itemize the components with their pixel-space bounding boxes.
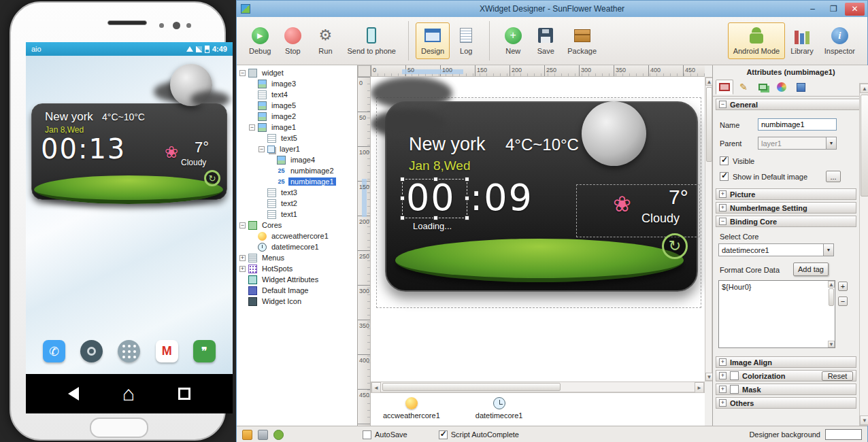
tree-item-numbimage2[interactable]: 25numbimage2: [237, 165, 357, 176]
parent-dropdown[interactable]: layer1 ▼: [758, 137, 837, 150]
canvas-horizontal-scrollbar[interactable]: ◄ ►: [371, 381, 705, 392]
collapse-icon[interactable]: −: [258, 146, 265, 152]
add-tag-button[interactable]: Add tag: [793, 262, 829, 276]
design-button[interactable]: Design: [416, 22, 450, 59]
section-image-align[interactable]: + Image Align: [716, 356, 856, 368]
minimize-button[interactable]: –: [803, 3, 822, 16]
new-button[interactable]: + New: [497, 22, 529, 59]
colorization-checkbox[interactable]: [730, 371, 739, 380]
expand-icon[interactable]: +: [719, 358, 727, 366]
mask-checkbox[interactable]: [730, 385, 739, 394]
debug-button[interactable]: ▶ Debug: [244, 22, 276, 59]
visible-checkbox-row[interactable]: Visible: [720, 156, 754, 165]
tab-script[interactable]: [792, 80, 809, 95]
back-nav-icon[interactable]: [68, 387, 79, 401]
section-picture[interactable]: + Picture: [716, 188, 856, 200]
tree-item-text2[interactable]: text2: [237, 198, 357, 209]
expand-icon[interactable]: +: [239, 266, 246, 272]
expand-icon[interactable]: +: [719, 386, 727, 393]
core-item-accweathercore1[interactable]: accweathercore1: [383, 397, 440, 426]
collapse-icon[interactable]: −: [239, 222, 246, 228]
script-autocomplete-row[interactable]: Script AutoComplete: [439, 430, 519, 439]
expand-icon[interactable]: +: [719, 190, 727, 198]
stop-button[interactable]: Stop: [276, 22, 309, 59]
canvas-widget-temp-range[interactable]: 4°C~10°C: [505, 135, 579, 154]
canvas-vertical-scrollbar[interactable]: ▲ ▼: [705, 77, 712, 381]
reset-button[interactable]: Reset: [822, 371, 853, 381]
expand-icon[interactable]: +: [239, 255, 246, 261]
core-item-datetimecore1[interactable]: datetimecore1: [475, 397, 523, 426]
canvas-widget-condition[interactable]: Cloudy: [641, 211, 680, 226]
link-icon[interactable]: [258, 430, 268, 440]
script-autocomplete-checkbox[interactable]: [439, 430, 448, 439]
gmail-app-icon[interactable]: M: [156, 340, 178, 362]
android-mode-button[interactable]: Android Mode: [728, 22, 786, 59]
run-button[interactable]: ⚙ Run: [309, 22, 341, 59]
tree-item-default-image[interactable]: Default Image: [237, 285, 357, 296]
library-button[interactable]: Library: [785, 22, 819, 59]
chevron-down-icon[interactable]: ▼: [823, 244, 833, 256]
close-button[interactable]: ✕: [845, 3, 865, 16]
inspector-button[interactable]: i Inspector: [819, 22, 861, 59]
canvas-widget-temp[interactable]: 7°: [669, 186, 688, 209]
browse-button[interactable]: ...: [826, 171, 841, 182]
collapse-icon[interactable]: −: [239, 70, 246, 76]
tree-item-numbimage1[interactable]: 25numbimage1: [237, 176, 357, 187]
tree-item-layer1[interactable]: −layer1: [237, 143, 357, 154]
chevron-down-icon[interactable]: ▼: [826, 137, 836, 149]
autosave-checkbox[interactable]: [363, 430, 371, 439]
collapse-icon[interactable]: −: [249, 124, 255, 131]
decrease-button[interactable]: −: [838, 296, 848, 306]
select-core-dropdown[interactable]: datetimecore1 ▼: [718, 243, 834, 256]
save-button[interactable]: Save: [529, 22, 562, 59]
section-numberimage[interactable]: + NumberImage Setting: [716, 202, 856, 214]
tree-item-image4[interactable]: image4: [237, 154, 357, 165]
canvas-widget-loading[interactable]: Loading...: [413, 221, 452, 231]
tree-item-image3[interactable]: image3: [237, 78, 357, 89]
quotes-app-icon[interactable]: ❞: [193, 340, 216, 362]
tree-item-image5[interactable]: image5: [237, 100, 357, 111]
tree-item-menus[interactable]: +Menus: [237, 252, 357, 263]
refresh-icon[interactable]: ↻: [662, 233, 688, 259]
expand-icon[interactable]: +: [719, 204, 727, 211]
autosave-row[interactable]: AutoSave: [363, 430, 407, 439]
tab-edit[interactable]: ✎: [735, 80, 752, 95]
name-input[interactable]: [758, 118, 837, 131]
collapse-icon[interactable]: −: [719, 101, 727, 108]
tree-item-accweathercore1[interactable]: accweathercore1: [237, 231, 357, 241]
canvas-clock-minutes[interactable]: :09: [470, 176, 533, 219]
app-drawer-icon[interactable]: [118, 340, 140, 362]
canvas-widget-city[interactable]: New york: [409, 134, 486, 155]
section-binding-core[interactable]: − Binding Core: [716, 216, 856, 227]
section-colorization[interactable]: + Colorization Reset: [716, 370, 856, 381]
tree-item-widget[interactable]: −widget: [237, 67, 357, 78]
designer-background-swatch[interactable]: [825, 429, 862, 440]
tree-item-datetimecore1[interactable]: datetimecore1: [237, 241, 357, 252]
format-core-data-textarea[interactable]: ${Hour0} ▲ ▼: [718, 280, 835, 348]
dialer-app-icon[interactable]: ✆: [43, 340, 65, 362]
tab-color[interactable]: [773, 80, 790, 95]
refresh-icon[interactable]: ↻: [204, 170, 220, 186]
expand-icon[interactable]: +: [719, 372, 727, 379]
tree-item-text4[interactable]: text4: [237, 89, 357, 100]
recents-nav-icon[interactable]: [178, 388, 190, 400]
theme-icon[interactable]: [242, 430, 252, 440]
camera-app-icon[interactable]: [80, 340, 103, 362]
home-nav-icon[interactable]: ⌂: [122, 382, 135, 405]
section-mask[interactable]: + Mask: [716, 384, 856, 395]
tree-item-image2[interactable]: image2: [237, 111, 357, 122]
send-to-phone-button[interactable]: Send to phone: [341, 22, 401, 59]
log-button[interactable]: Log: [450, 22, 482, 59]
tab-link[interactable]: [754, 80, 771, 95]
phone-home-button[interactable]: [90, 418, 148, 438]
android-status-icon[interactable]: [273, 430, 284, 440]
tree-item-text3[interactable]: text3: [237, 187, 357, 198]
tree-item-text1[interactable]: text1: [237, 209, 357, 220]
selection-rect[interactable]: [402, 179, 467, 218]
increase-button[interactable]: +: [838, 282, 848, 291]
tree-item-hotspots[interactable]: +HotSpots: [237, 263, 357, 274]
tree-item-text5[interactable]: text5: [237, 133, 357, 143]
attributes-scrollbar[interactable]: ▲ ▼: [859, 83, 868, 426]
tab-display[interactable]: [716, 80, 733, 95]
visible-checkbox[interactable]: [720, 156, 729, 165]
